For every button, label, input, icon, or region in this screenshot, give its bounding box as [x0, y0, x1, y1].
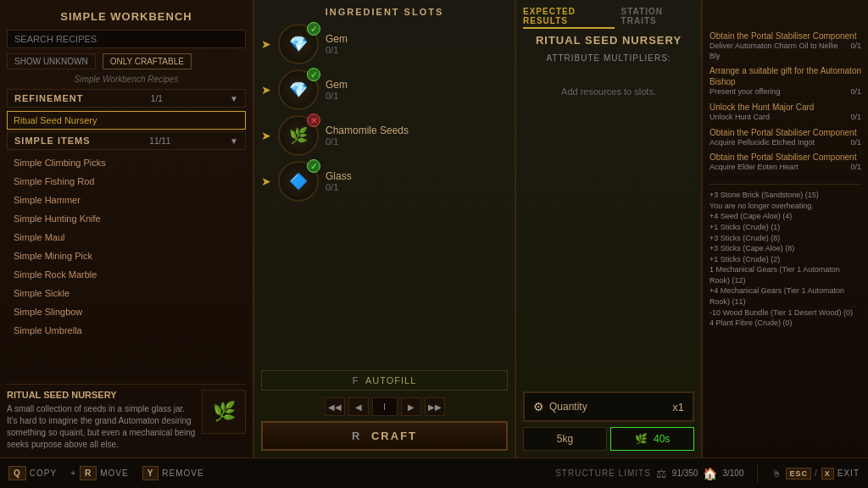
simple-items-section-header: SIMPLE ITEMS 11/11 ▼	[7, 131, 246, 150]
refinement-count: 1/1	[151, 94, 163, 103]
slot-info-3: Chamomile Seeds 0/1	[326, 125, 508, 147]
list-item[interactable]: Simple Mining Pick	[7, 247, 246, 265]
simple-items-arrow: ▼	[230, 136, 238, 146]
move-action: + R MOVE	[70, 466, 129, 480]
autofill-button[interactable]: F AUTOFILL	[261, 370, 508, 391]
quantity-icon: ⚙	[533, 400, 544, 413]
bottom-bar: Q COPY + R MOVE Y REMOVE STRUCTURE LIMIT…	[0, 458, 868, 488]
slot-name-1: Gem	[326, 33, 508, 45]
bottom-info-title: RITUAL SEED NURSERY	[7, 390, 197, 400]
tab-expected-results[interactable]: EXPECTED RESULTS	[523, 7, 615, 29]
count-max: 100	[730, 469, 744, 478]
quest-subtitle-4: Acquire Pellucidic Etched Ingot	[709, 138, 815, 148]
copy-key[interactable]: Q	[8, 466, 26, 480]
slot-info-2: Gem 0/1	[326, 79, 508, 101]
quantity-label: Quantity	[549, 401, 587, 413]
list-item[interactable]: Simple Climbing Picks	[7, 153, 246, 172]
resource-item-11: 4 Plant Fibre (Crude) (0)	[709, 318, 861, 329]
list-item[interactable]: Simple Hammer	[7, 191, 246, 209]
list-item[interactable]: Simple Maul	[7, 228, 246, 247]
search-input[interactable]	[7, 30, 246, 48]
bottom-info-image: 🌿	[202, 390, 246, 434]
list-item[interactable]: Simple Hunting Knife	[7, 209, 246, 228]
quantity-section: ⚙ Quantity x1 5kg 🌿 40s	[523, 391, 694, 451]
slot-circle-2[interactable]: 💎 ✓	[278, 69, 319, 110]
slot-count-4: 0/1	[326, 182, 508, 192]
tab-station-traits[interactable]: STATION TRAITS	[621, 7, 694, 29]
ingredient-slot-4: ➤ 🔷 ✓ Glass 0/1	[261, 161, 508, 202]
autofill-key: F	[353, 375, 359, 385]
time-stat: 🌿 40s	[610, 427, 694, 451]
list-item[interactable]: Simple Rock Marble	[7, 265, 246, 284]
list-item[interactable]: Simple Fishing Rod	[7, 172, 246, 191]
slot-icon-2: 💎	[289, 80, 308, 99]
bottom-info-description: A small collection of seeds in a simple …	[7, 403, 197, 451]
left-panel: SIMPLE WORKBENCH SHOW UNKNOWN ONLY CRAFT…	[0, 0, 254, 458]
slot-info-4: Glass 0/1	[326, 170, 508, 192]
quest-subtitle-1: Deliver Automaton Charm Oil to Nellie Bl…	[709, 42, 850, 61]
nav-row: ◀◀ ◀ I ▶ ▶▶	[261, 397, 508, 416]
remove-action: Y REMOVE	[142, 466, 204, 480]
only-craftable-filter[interactable]: ONLY CRAFTABLE	[103, 53, 192, 69]
show-unknown-filter[interactable]: SHOW UNKNOWN	[7, 53, 96, 69]
ingredient-slot-2: ➤ 💎 ✓ Gem 0/1	[261, 69, 508, 110]
quest-progress-2: 0/1	[850, 87, 861, 97]
esc-action: 🖱 ESC / X Exit	[771, 468, 860, 480]
craft-label: CRAFT	[371, 430, 417, 442]
resource-item-4: +1 Sticks (Crude) (1)	[709, 222, 861, 233]
slot-status-2: ✓	[307, 68, 320, 81]
ritual-seed-nursery-item[interactable]: Ritual Seed Nursery	[7, 111, 246, 130]
esc-key[interactable]: ESC	[786, 468, 811, 480]
slot-circle-1[interactable]: 💎 ✓	[278, 24, 319, 64]
quest-progress-1: 0/1	[850, 42, 861, 61]
list-item[interactable]: Simple Slingbow	[7, 302, 246, 321]
list-item[interactable]: Simple Umbrella	[7, 321, 246, 340]
move-key[interactable]: R	[80, 466, 97, 480]
resource-item-1: +3 Stone Brick (Sandstone) (15)	[709, 190, 861, 201]
x-key[interactable]: X	[821, 468, 834, 480]
resource-item-2: You are no longer overheating.	[709, 201, 861, 212]
count-limit: 3/100	[722, 469, 743, 478]
slot-name-2: Gem	[326, 79, 508, 91]
resource-item-10: -10 Wood Bundle (Tier 1 Desert Wood) (0)	[709, 308, 861, 319]
craft-key: R	[352, 430, 361, 442]
divider	[757, 465, 758, 482]
craft-button[interactable]: R CRAFT	[261, 421, 508, 451]
count-current: 3	[722, 469, 727, 478]
copy-label: COPY	[30, 469, 57, 478]
quest-progress-4: 0/1	[850, 138, 861, 148]
slot-circle-4[interactable]: 🔷 ✓	[278, 161, 319, 202]
resource-item-9: +4 Mechanical Gears (Tier 1 Automaton Ro…	[709, 286, 861, 307]
center-panel: INGREDIENT SLOTS ➤ 💎 ✓ Gem 0/1 ➤ 💎 ✓ Gem…	[254, 0, 516, 458]
slot-count-3: 0/1	[326, 136, 508, 147]
ingredient-slot-3: ➤ 🌿 ✕ Chamomile Seeds 0/1	[261, 115, 508, 156]
refinement-label: REFINEMENT	[14, 93, 84, 103]
quests-list: Obtain the Portal Stabiliser Component D…	[709, 30, 861, 177]
weight-limit: 91/350	[672, 469, 698, 478]
quest-subtitle-3: Unlock Hunt Card	[709, 113, 770, 123]
quest-item-2: Arrange a suitable gift for the Automato…	[709, 65, 861, 97]
slot-count-2: 0/1	[326, 91, 508, 101]
far-right-panel: Obtain the Portal Stabiliser Component D…	[703, 0, 868, 458]
slot-status-3: ✕	[307, 114, 320, 127]
tabs-row: EXPECTED RESULTS STATION TRAITS	[523, 7, 694, 29]
nav-next-next[interactable]: ▶▶	[425, 397, 445, 416]
resource-item-6: +3 Sticks (Cape Aloe) (8)	[709, 243, 861, 254]
nav-prev-prev[interactable]: ◀◀	[325, 397, 345, 416]
quest-subtitle-2: Present your offering	[709, 87, 780, 97]
time-icon: 🌿	[635, 433, 648, 445]
weight-max: 350	[684, 469, 698, 478]
refinement-arrow: ▼	[230, 94, 238, 103]
slot-icon-1: 💎	[289, 35, 308, 53]
weight-current: 91	[672, 469, 682, 478]
quest-progress-5: 0/1	[850, 163, 861, 173]
slot-arrow-1: ➤	[261, 37, 271, 51]
quest-item-1: Obtain the Portal Stabiliser Component D…	[709, 30, 861, 61]
quest-title-2: Arrange a suitable gift for the Automato…	[709, 65, 861, 87]
nav-next[interactable]: ▶	[401, 397, 421, 416]
slot-circle-3[interactable]: 🌿 ✕	[278, 115, 319, 156]
nav-prev[interactable]: ◀	[348, 397, 369, 416]
quest-title-3: Unlock the Hunt Major Card	[709, 102, 861, 113]
remove-key[interactable]: Y	[142, 466, 159, 480]
list-item[interactable]: Simple Sickle	[7, 284, 246, 302]
